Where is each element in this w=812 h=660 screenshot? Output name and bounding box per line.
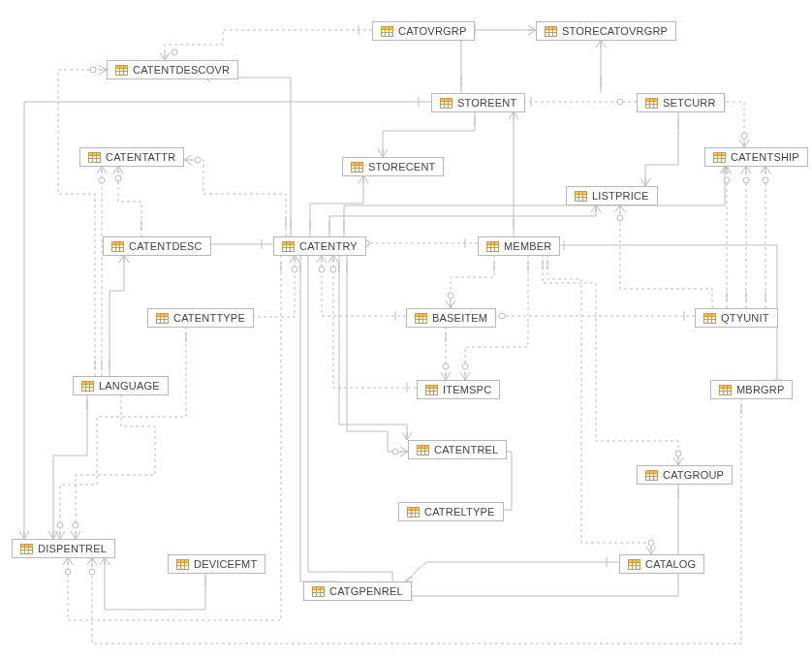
svg-point-8 bbox=[195, 157, 201, 163]
table-icon bbox=[20, 544, 33, 554]
svg-point-22 bbox=[617, 215, 623, 221]
entity-catentship[interactable]: CATENTSHIP bbox=[704, 147, 808, 167]
table-icon bbox=[115, 65, 128, 76]
entity-label: CATRELTYPE bbox=[424, 506, 495, 518]
svg-point-4 bbox=[462, 363, 468, 369]
svg-rect-36 bbox=[646, 98, 658, 101]
svg-rect-60 bbox=[426, 385, 438, 388]
entity-label: CATOVRGRP bbox=[398, 25, 466, 37]
entity-storecent[interactable]: STORECENT bbox=[342, 157, 444, 176]
svg-point-25 bbox=[73, 522, 78, 528]
entity-dispentrel[interactable]: DISPENTREL bbox=[12, 539, 115, 558]
svg-point-18 bbox=[499, 313, 505, 319]
table-icon bbox=[312, 586, 325, 597]
entity-baseitem[interactable]: BASEITEM bbox=[406, 308, 496, 328]
table-icon bbox=[703, 313, 716, 324]
entity-catentdescovr[interactable]: CATENTDESCOVR bbox=[107, 60, 238, 79]
entity-member[interactable]: MEMBER bbox=[478, 236, 560, 256]
table-icon bbox=[351, 162, 363, 173]
table-icon bbox=[713, 152, 726, 163]
entity-label: CATENTTYPE bbox=[173, 312, 245, 324]
svg-point-24 bbox=[99, 177, 105, 183]
entity-catgroup[interactable]: CATGROUP bbox=[637, 465, 733, 485]
table-icon bbox=[156, 313, 169, 324]
entity-label: DISPENTREL bbox=[38, 543, 107, 554]
svg-rect-54 bbox=[416, 313, 427, 316]
table-icon bbox=[628, 559, 640, 570]
entity-label: BASEITEM bbox=[432, 312, 487, 324]
entity-storecatovrgrp[interactable]: STORECATOVRGRP bbox=[536, 21, 676, 41]
svg-point-23 bbox=[90, 67, 96, 73]
table-icon bbox=[381, 26, 393, 37]
table-icon bbox=[282, 241, 295, 252]
entity-catentattr[interactable]: CATENTATTR bbox=[79, 147, 184, 167]
svg-point-17 bbox=[330, 267, 336, 272]
entity-label: LISTPRICE bbox=[592, 190, 649, 202]
svg-point-9 bbox=[115, 175, 121, 181]
entity-listprice[interactable]: LISTPRICE bbox=[566, 186, 658, 205]
entity-catenttype[interactable]: CATENTTYPE bbox=[147, 308, 254, 328]
entity-label: LANGUAGE bbox=[99, 380, 160, 392]
entity-label: MEMBER bbox=[504, 240, 551, 252]
entity-label: STORECENT bbox=[368, 161, 435, 173]
entity-label: QTYUNIT bbox=[721, 312, 769, 324]
entity-qtyunit[interactable]: QTYUNIT bbox=[695, 308, 778, 328]
entity-catentdesc[interactable]: CATENTDESC bbox=[103, 236, 211, 256]
svg-rect-40 bbox=[352, 162, 363, 165]
svg-rect-52 bbox=[157, 313, 169, 316]
entity-label: CATGROUP bbox=[663, 469, 724, 481]
svg-rect-76 bbox=[313, 586, 325, 589]
svg-point-13 bbox=[292, 267, 297, 272]
entity-label: CATENTDESC bbox=[129, 240, 203, 252]
svg-point-19 bbox=[724, 177, 730, 183]
entity-label: DEVICEFMT bbox=[194, 558, 257, 570]
entity-label: CATALOG bbox=[645, 558, 696, 570]
entity-label: CATENTRY bbox=[299, 240, 358, 252]
entity-mbrgrp[interactable]: MBRGRP bbox=[710, 380, 793, 399]
svg-point-7 bbox=[675, 451, 681, 456]
svg-point-0 bbox=[172, 49, 177, 55]
svg-rect-70 bbox=[21, 544, 33, 547]
svg-rect-42 bbox=[714, 152, 726, 155]
svg-rect-30 bbox=[546, 26, 557, 29]
table-icon bbox=[407, 507, 420, 518]
entity-itemspc[interactable]: ITEMSPC bbox=[417, 380, 500, 399]
table-icon bbox=[645, 470, 658, 481]
svg-rect-46 bbox=[112, 241, 124, 244]
entity-catalog[interactable]: CATALOG bbox=[619, 554, 704, 574]
entity-label: CATENTDESCOVR bbox=[133, 64, 230, 76]
svg-point-12 bbox=[65, 569, 71, 575]
entity-language[interactable]: LANGUAGE bbox=[73, 376, 169, 395]
entity-label: SETCURR bbox=[663, 97, 716, 109]
svg-point-16 bbox=[443, 363, 449, 369]
svg-rect-68 bbox=[408, 507, 420, 510]
entity-catentry[interactable]: CATENTRY bbox=[273, 236, 366, 256]
entity-setcurr[interactable]: SETCURR bbox=[637, 93, 725, 112]
table-icon bbox=[417, 445, 429, 456]
table-icon bbox=[415, 313, 427, 324]
entity-catgpenrel[interactable]: CATGPENREL bbox=[303, 581, 412, 601]
svg-point-14 bbox=[57, 522, 63, 528]
table-icon bbox=[575, 191, 587, 202]
svg-rect-48 bbox=[283, 241, 295, 244]
svg-rect-56 bbox=[704, 313, 716, 316]
svg-rect-38 bbox=[89, 152, 101, 155]
entity-storeent[interactable]: STOREENT bbox=[431, 93, 525, 112]
svg-point-10 bbox=[392, 449, 398, 455]
entity-catentrel[interactable]: CATENTREL bbox=[408, 440, 507, 459]
entity-catreltype[interactable]: CATRELTYPE bbox=[398, 502, 504, 521]
svg-point-3 bbox=[448, 293, 453, 299]
svg-point-20 bbox=[743, 177, 749, 183]
table-icon bbox=[88, 152, 101, 163]
svg-rect-58 bbox=[82, 381, 94, 384]
svg-rect-34 bbox=[441, 98, 453, 101]
svg-rect-62 bbox=[720, 385, 732, 388]
svg-point-26 bbox=[89, 569, 95, 575]
svg-point-1 bbox=[617, 99, 623, 105]
table-icon bbox=[645, 98, 658, 109]
entity-catovrgrp[interactable]: CATOVRGRP bbox=[372, 21, 475, 41]
entity-devicefmt[interactable]: DEVICEFMT bbox=[168, 554, 265, 574]
table-icon bbox=[81, 381, 94, 392]
svg-rect-64 bbox=[418, 445, 429, 448]
svg-rect-72 bbox=[177, 559, 189, 562]
